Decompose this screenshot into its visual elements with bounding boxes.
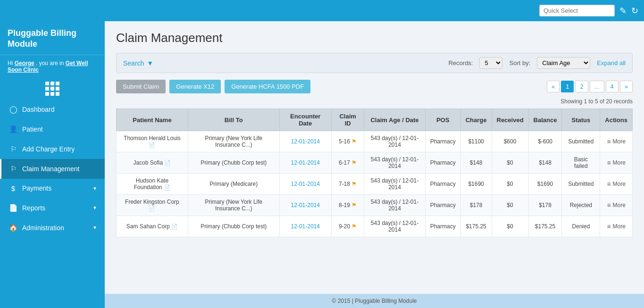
col-pos: POS: [425, 109, 460, 131]
sidebar-item-claim-management[interactable]: ⚐ Claim Management: [0, 159, 105, 179]
sortby-select[interactable]: Claim Age Patient Name Status: [537, 57, 590, 69]
col-claim-age-date: Claim Age / Date: [364, 109, 425, 131]
chevron-down-icon: ▼: [92, 205, 97, 210]
content-area: Claim Management Search ▼ Records: 5 10 …: [105, 21, 644, 308]
showing-text: Showing 1 to 5 of 20 records: [116, 98, 633, 105]
cell-status: Rejected: [562, 195, 600, 216]
cell-received: $0: [492, 216, 528, 237]
cell-actions[interactable]: ≡ More: [600, 216, 633, 237]
cell-balance: $175.25: [528, 216, 562, 237]
col-encounter-date: Encounter Date: [279, 109, 331, 131]
more-button[interactable]: ≡ More: [607, 201, 626, 209]
cell-actions[interactable]: ≡ More: [600, 131, 633, 152]
sidebar-item-label: Add Charge Entry: [22, 145, 97, 153]
page-next-button[interactable]: »: [620, 81, 633, 92]
cell-actions[interactable]: ≡ More: [600, 152, 633, 174]
cell-patient-name: Freder Kingston Corp 📄: [117, 195, 188, 216]
page-prev-button[interactable]: «: [547, 81, 560, 92]
cell-received: $0: [492, 152, 528, 174]
page-2-button[interactable]: 2: [575, 81, 588, 92]
cell-status: Submitted: [562, 174, 600, 195]
cell-status: Denied: [562, 216, 600, 237]
records-label: Records:: [448, 59, 473, 67]
content-inner: Claim Management Search ▼ Records: 5 10 …: [105, 21, 644, 294]
col-actions: Actions: [600, 109, 633, 131]
search-label: Search: [123, 59, 144, 67]
table-row: Thomson Herald Louis 📄 Primary (New York…: [117, 131, 633, 152]
sidebar-item-add-charge-entry[interactable]: ⚐ Add Charge Entry: [0, 139, 105, 159]
col-patient-name: Patient Name: [117, 109, 188, 131]
sidebar-grid[interactable]: [0, 78, 105, 100]
col-bill-to: Bill To: [188, 109, 279, 131]
table-row: Freder Kingston Corp 📄 Primary (New York…: [117, 195, 633, 216]
cell-received: $0: [492, 195, 528, 216]
records-select[interactable]: 5 10 25: [479, 57, 502, 69]
table-row: Jacob Sofia 📄 Primary (Chubb Corp test) …: [117, 152, 633, 174]
cell-patient-name: Hudson Kate Foundation 📄: [117, 174, 188, 195]
page-1-button[interactable]: 1: [561, 81, 574, 92]
table-row: Sam Sahan Corp 📄 Primary (Chubb Corp tes…: [117, 216, 633, 237]
cell-bill-to: Primary (New York Life Insurance C...): [188, 195, 279, 216]
cell-balance: $148: [528, 152, 562, 174]
cell-charge: $1100: [460, 131, 492, 152]
cell-charge: $148: [460, 152, 492, 174]
cell-actions[interactable]: ≡ More: [600, 195, 633, 216]
cell-patient-name: Jacob Sofia 📄: [117, 152, 188, 174]
generate-hcfa-button[interactable]: Generate HCFA 1500 PDF: [225, 80, 310, 93]
dashboard-icon: ◯: [9, 105, 17, 114]
sidebar-item-payments[interactable]: $ Payments ▼: [0, 179, 105, 198]
quick-select-input[interactable]: [539, 5, 615, 17]
more-button[interactable]: ≡ More: [607, 180, 626, 188]
cell-pos: Pharmacy: [425, 152, 460, 174]
col-received: Received: [492, 109, 528, 131]
cell-encounter-date: 12-01-2014: [279, 195, 331, 216]
cell-status: Submitted: [562, 131, 600, 152]
sidebar-item-label: Dashboard: [22, 106, 97, 113]
col-balance: Balance: [528, 109, 562, 131]
cell-claim-age: 543 day(s) / 12-01-2014: [364, 195, 425, 216]
grid-icon: [45, 82, 59, 96]
expand-all-button[interactable]: Expand all: [597, 59, 626, 67]
cell-claim-id: 9-20 ⚑: [331, 216, 364, 237]
chevron-down-icon: ▼: [92, 225, 97, 230]
cell-pos: Pharmacy: [425, 174, 460, 195]
cell-balance: $-600: [528, 131, 562, 152]
sidebar-user: Hi George , you are in Get Well Soon Cli…: [0, 55, 105, 78]
cell-charge: $178: [460, 195, 492, 216]
sidebar-item-label: Patient: [22, 125, 97, 133]
cell-claim-age: 543 day(s) / 12-01-2014: [364, 131, 425, 152]
more-button[interactable]: ≡ More: [607, 223, 626, 230]
top-bar: ✎ ↻: [0, 0, 644, 21]
sidebar-brand: Pluggable Billing Module: [0, 21, 105, 55]
cell-balance: $178: [528, 195, 562, 216]
edit-icon[interactable]: ✎: [619, 6, 627, 16]
generate-x12-button[interactable]: Generate X12: [169, 80, 221, 93]
cell-balance: $1690: [528, 174, 562, 195]
col-status: Status: [562, 109, 600, 131]
more-button[interactable]: ≡ More: [607, 138, 626, 145]
cell-actions[interactable]: ≡ More: [600, 174, 633, 195]
cell-encounter-date: 12-01-2014: [279, 152, 331, 174]
sidebar-item-dashboard[interactable]: ◯ Dashboard: [0, 100, 105, 119]
cell-pos: Pharmacy: [425, 216, 460, 237]
cell-charge: $175.25: [460, 216, 492, 237]
col-claim-id: Claim ID: [331, 109, 364, 131]
page-4-button[interactable]: 4: [606, 81, 619, 92]
sidebar-item-patient[interactable]: 👤 Patient: [0, 119, 105, 139]
user-name-link[interactable]: George: [15, 60, 34, 67]
submit-claim-button[interactable]: Submit Claim: [116, 80, 166, 93]
search-toggle[interactable]: Search ▼: [123, 59, 153, 67]
sidebar-item-label: Reports: [22, 204, 88, 212]
tag-icon: ⚐: [9, 145, 17, 153]
sidebar-item-administration[interactable]: 🏠 Administration ▼: [0, 218, 105, 238]
sidebar-item-label: Payments: [22, 184, 88, 192]
cell-claim-age: 543 day(s) / 12-01-2014: [364, 216, 425, 237]
sortby-label: Sort by:: [509, 59, 530, 67]
payments-icon: $: [9, 184, 17, 192]
cell-pos: Pharmacy: [425, 131, 460, 152]
cell-charge: $1690: [460, 174, 492, 195]
sidebar-item-reports[interactable]: 📄 Reports ▼: [0, 198, 105, 218]
refresh-icon[interactable]: ↻: [631, 6, 638, 16]
more-button[interactable]: ≡ More: [607, 159, 626, 166]
sidebar: Pluggable Billing Module Hi George , you…: [0, 21, 105, 308]
